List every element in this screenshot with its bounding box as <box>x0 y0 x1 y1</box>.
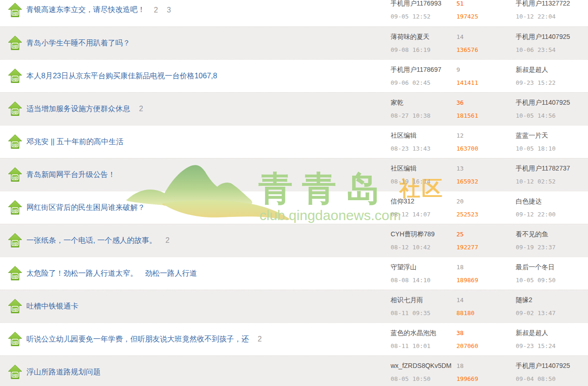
view-count: 197425 <box>456 12 516 21</box>
view-count: 192277 <box>456 243 516 252</box>
thread-title-link[interactable]: 太危险了！劲松一路人行道太窄。 劲松一路人行道 <box>26 269 197 278</box>
thread-title-cell: up 适当增加服务设施方便群众休息2 <box>0 93 391 125</box>
last-reply-user-link[interactable]: 白色捷达 <box>516 197 588 206</box>
up-icon: up <box>7 332 23 347</box>
thread-title-cell: up 青银高速东李立交，请尽快改造吧！23 <box>0 0 391 26</box>
page-number-link[interactable]: 2 <box>139 105 143 113</box>
last-reply-user-link[interactable]: 新叔是超人 <box>516 65 588 74</box>
page-number-link[interactable]: 2 <box>165 236 170 245</box>
thread-author-cell: 社区编辑 08-23 13:43 <box>391 126 456 158</box>
svg-text:up: up <box>13 307 18 311</box>
last-reply-cell: 随缘2 09-02 13:47 <box>516 290 588 323</box>
last-reply-user-link[interactable]: 新叔是超人 <box>516 329 588 337</box>
last-reply-date: 09-12 22:00 <box>516 210 588 219</box>
reply-count: 18 <box>456 361 516 370</box>
up-icon: up <box>7 36 23 51</box>
svg-text:up: up <box>13 142 18 147</box>
page-number-link[interactable]: 2 <box>154 6 158 14</box>
view-count: 165932 <box>456 177 516 186</box>
last-reply-date: 10-12 22:04 <box>516 12 588 21</box>
last-reply-cell: 新叔是超人 09-23 15:24 <box>516 323 588 355</box>
up-icon: up <box>7 69 23 84</box>
thread-row: up 听说公立幼儿园要免一年学费，但听朋友说大班竟然收不到孩子，还2 蓝色的水晶… <box>0 323 588 355</box>
author-link[interactable]: wx_fZRDS8QKv5DM <box>391 361 456 370</box>
author-link[interactable]: CYH曹玥桦789 <box>391 230 456 239</box>
last-reply-user-link[interactable]: 手机用户11407925 <box>516 361 588 370</box>
thread-author-cell: 手机用户1176993 09-05 12:52 <box>391 0 456 26</box>
last-reply-user-link[interactable]: 手机用户11407925 <box>516 32 588 41</box>
thread-author-cell: 家乾 08-27 10:38 <box>391 93 456 125</box>
svg-text:up: up <box>13 44 18 48</box>
thread-row: up 网红街区背后的民生困局谁来破解？ 信仰312 08-12 14:07 20… <box>0 191 588 224</box>
thread-author-cell: CYH曹玥桦789 08-12 10:42 <box>391 224 456 257</box>
author-link[interactable]: 社区编辑 <box>391 131 456 140</box>
thread-title-link[interactable]: 适当增加服务设施方便群众休息 <box>26 104 130 114</box>
author-link[interactable]: 薄荷味的夏天 <box>391 32 456 41</box>
post-date: 08-11 09:35 <box>391 309 456 317</box>
last-reply-user-link[interactable]: 手机用户11327722 <box>516 0 588 8</box>
thread-stats-cell: 9 141411 <box>456 60 516 92</box>
last-reply-user-link[interactable]: 手机用户11407925 <box>516 98 588 107</box>
thread-title-link[interactable]: 吐槽中铁银通卡 <box>26 302 78 311</box>
author-link[interactable]: 家乾 <box>391 98 456 107</box>
thread-title-link[interactable]: 青银高速东李立交，请尽快改造吧！ <box>26 5 145 15</box>
thread-row: up 青岛小学生午睡不用趴着了吗？ 薄荷味的夏天 09-08 16:19 14 … <box>0 26 588 59</box>
thread-title-link[interactable]: 青岛新闻网平台升级公告！ <box>26 170 115 180</box>
thread-title-link[interactable]: 听说公立幼儿园要免一年学费，但听朋友说大班竟然收不到孩子，还 <box>26 335 249 344</box>
thread-row: up 适当增加服务设施方便群众休息2 家乾 08-27 10:38 36 181… <box>0 92 588 125</box>
thread-row: up 青银高速东李立交，请尽快改造吧！23 手机用户1176993 09-05 … <box>0 0 588 26</box>
author-link[interactable]: 相识七月雨 <box>391 296 456 304</box>
thread-title-link[interactable]: 本人8月23日从京东平台购买康佳新品电视一台价格1067,8 <box>26 71 217 81</box>
last-reply-user-link[interactable]: 手机用户11782737 <box>516 164 588 173</box>
thread-stats-cell: 18 199669 <box>456 356 516 386</box>
reply-count: 51 <box>456 0 516 8</box>
post-date: 08-11 10:01 <box>391 342 456 350</box>
last-reply-date: 10-05 09:50 <box>516 276 588 285</box>
page-number-link[interactable]: 2 <box>258 335 262 343</box>
view-count: 141411 <box>456 78 516 87</box>
author-link[interactable]: 手机用户1176993 <box>391 0 456 8</box>
thread-title-cell: up 网红街区背后的民生困局谁来破解？ <box>0 191 391 224</box>
last-reply-user-link[interactable]: 随缘2 <box>516 296 588 304</box>
reply-count: 25 <box>456 230 516 239</box>
thread-title-link[interactable]: 浮山所路道路规划问题 <box>26 367 101 377</box>
author-link[interactable]: 信仰312 <box>391 197 456 206</box>
last-reply-user-link[interactable]: 最后一个冬日 <box>516 263 588 272</box>
post-date: 08-27 10:38 <box>391 111 456 120</box>
thread-title-cell: up 浮山所路道路规划问题 <box>0 356 391 386</box>
thread-title-cell: up 听说公立幼儿园要免一年学费，但听朋友说大班竟然收不到孩子，还2 <box>0 323 391 355</box>
author-link[interactable]: 社区编辑 <box>391 164 456 173</box>
thread-list: up 青银高速东李立交，请尽快改造吧！23 手机用户1176993 09-05 … <box>0 0 588 386</box>
reply-count: 36 <box>456 98 516 107</box>
page-number-link[interactable]: 3 <box>167 6 171 14</box>
thread-stats-cell: 36 181561 <box>456 93 516 125</box>
view-count: 163700 <box>456 144 516 153</box>
thread-title-cell: up 吐槽中铁银通卡 <box>0 290 391 323</box>
post-date: 08-12 14:07 <box>391 210 456 219</box>
thread-author-cell: 相识七月雨 08-11 09:35 <box>391 290 456 323</box>
reply-count: 18 <box>456 263 516 272</box>
last-reply-user-link[interactable]: 看不见的鱼 <box>516 230 588 239</box>
reply-count: 9 <box>456 65 516 74</box>
author-link[interactable]: 蓝色的水晶泡泡 <box>391 329 456 337</box>
last-reply-cell: 蓝蓝一片天 10-05 18:10 <box>516 126 588 158</box>
last-reply-date: 09-23 15:22 <box>516 78 588 87</box>
thread-title-cell: up 邓兆安 || 五十年前的高中生活 <box>0 126 391 158</box>
thread-author-cell: 信仰312 08-12 14:07 <box>391 191 456 224</box>
author-link[interactable]: 手机用户1178697 <box>391 65 456 74</box>
thread-title-link[interactable]: 邓兆安 || 五十年前的高中生活 <box>26 137 123 147</box>
view-count: 199669 <box>456 374 516 383</box>
last-reply-cell: 看不见的鱼 09-19 23:37 <box>516 224 588 257</box>
thread-title-link[interactable]: 网红街区背后的民生困局谁来破解？ <box>26 203 145 213</box>
thread-author-cell: 守望浮山 08-08 14:10 <box>391 257 456 290</box>
post-date: 08-23 13:43 <box>391 144 456 153</box>
thread-title-link[interactable]: 一张纸条，一个电话, 一个感人的故事。 <box>26 236 157 246</box>
thread-title-link[interactable]: 青岛小学生午睡不用趴着了吗？ <box>26 38 130 48</box>
author-link[interactable]: 守望浮山 <box>391 263 456 272</box>
thread-author-cell: 蓝色的水晶泡泡 08-11 10:01 <box>391 323 456 355</box>
last-reply-date: 10-12 02:52 <box>516 177 588 186</box>
last-reply-user-link[interactable]: 蓝蓝一片天 <box>516 131 588 140</box>
post-date: 09-06 02:45 <box>391 78 456 87</box>
up-icon: up <box>7 200 23 215</box>
thread-title-cell: up 本人8月23日从京东平台购买康佳新品电视一台价格1067,8 <box>0 60 391 92</box>
